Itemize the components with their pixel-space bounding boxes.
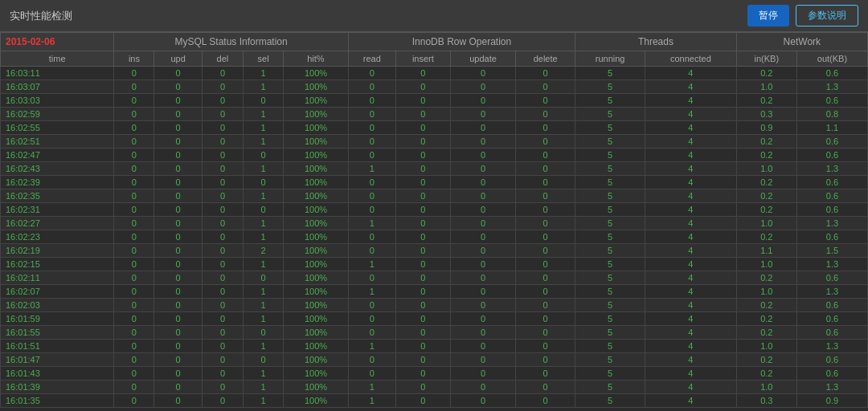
- table-cell: 100%: [284, 312, 349, 326]
- table-row: 16:02:470000100%0000540.20.6: [1, 149, 868, 162]
- table-cell: 5: [575, 285, 645, 299]
- table-cell: 4: [645, 108, 737, 121]
- table-cell: 0: [348, 108, 395, 121]
- table-cell: 0: [202, 67, 243, 80]
- table-cell: 0: [114, 217, 154, 230]
- table-cell: 0: [516, 285, 575, 299]
- table-cell: 0: [154, 258, 202, 271]
- pause-button[interactable]: 暂停: [747, 5, 789, 26]
- table-cell: 0: [451, 80, 516, 94]
- table-cell: 4: [645, 326, 737, 340]
- table-cell: 4: [645, 189, 737, 203]
- table-cell: 0: [154, 271, 202, 285]
- data-table-container: 2015-02-06 MySQL Status Information Inno…: [0, 32, 868, 411]
- table-cell: 0: [154, 353, 202, 367]
- col-ins: ins: [114, 51, 154, 67]
- table-cell: 4: [645, 353, 737, 367]
- table-cell: 0: [395, 299, 450, 312]
- table-row: 16:02:230001100%0000540.20.6: [1, 230, 868, 244]
- table-cell: 0: [395, 326, 450, 340]
- table-cell: 0.6: [796, 353, 867, 367]
- table-cell: 5: [575, 108, 645, 121]
- threads-header: Threads: [575, 33, 736, 51]
- table-cell: 0: [451, 217, 516, 230]
- performance-table: 2015-02-06 MySQL Status Information Inno…: [0, 32, 868, 408]
- table-cell: 16:01:51: [1, 340, 114, 353]
- table-cell: 1: [244, 380, 284, 394]
- table-cell: 0: [154, 244, 202, 258]
- table-cell: 0: [395, 135, 450, 149]
- table-cell: 0: [154, 217, 202, 230]
- table-cell: 4: [645, 162, 737, 176]
- network-header: NetWork: [736, 33, 867, 51]
- table-cell: 0: [202, 135, 243, 149]
- table-cell: 0: [516, 203, 575, 217]
- table-cell: 100%: [284, 271, 349, 285]
- table-cell: 0: [202, 380, 243, 394]
- table-cell: 1: [348, 162, 395, 176]
- table-cell: 0.2: [736, 135, 796, 149]
- table-cell: 0: [348, 244, 395, 258]
- table-cell: 0.6: [796, 230, 867, 244]
- table-cell: 1.1: [736, 244, 796, 258]
- help-button[interactable]: 参数说明: [796, 5, 858, 26]
- col-out: out(KB): [796, 51, 867, 67]
- table-cell: 0: [348, 67, 395, 80]
- table-cell: 0: [395, 149, 450, 162]
- table-cell: 100%: [284, 367, 349, 380]
- table-cell: 5: [575, 203, 645, 217]
- table-cell: 0.3: [736, 394, 796, 408]
- table-cell: 0: [154, 312, 202, 326]
- table-cell: 5: [575, 312, 645, 326]
- table-cell: 0: [395, 189, 450, 203]
- table-row: 16:02:310000100%0000540.20.6: [1, 203, 868, 217]
- table-body: 16:03:110001100%0000540.20.616:03:070001…: [1, 67, 868, 408]
- table-cell: 4: [645, 203, 737, 217]
- table-cell: 1: [244, 312, 284, 326]
- table-cell: 0: [516, 299, 575, 312]
- table-cell: 100%: [284, 244, 349, 258]
- table-row: 16:01:590001100%0000540.20.6: [1, 312, 868, 326]
- table-row: 16:02:190002100%0000541.11.5: [1, 244, 868, 258]
- table-cell: 1.3: [796, 285, 867, 299]
- table-cell: 0.2: [736, 271, 796, 285]
- table-row: 16:03:070001100%0000541.01.3: [1, 80, 868, 94]
- table-row: 16:02:030001100%0000540.20.6: [1, 299, 868, 312]
- table-cell: 1: [244, 121, 284, 135]
- table-cell: 100%: [284, 326, 349, 340]
- table-cell: 1: [244, 394, 284, 408]
- table-cell: 16:02:19: [1, 244, 114, 258]
- page-title: 实时性能检测: [10, 9, 72, 23]
- table-row: 16:03:110001100%0000540.20.6: [1, 67, 868, 80]
- table-cell: 0.2: [736, 312, 796, 326]
- table-cell: 4: [645, 271, 737, 285]
- table-cell: 16:01:39: [1, 380, 114, 394]
- table-cell: 5: [575, 94, 645, 108]
- table-cell: 5: [575, 217, 645, 230]
- table-cell: 1: [348, 285, 395, 299]
- table-cell: 0: [395, 367, 450, 380]
- table-cell: 0: [244, 149, 284, 162]
- table-cell: 0: [114, 312, 154, 326]
- table-cell: 1: [244, 67, 284, 80]
- col-del: del: [202, 51, 243, 67]
- col-in: in(KB): [736, 51, 796, 67]
- table-cell: 0: [114, 353, 154, 367]
- table-cell: 1.5: [796, 244, 867, 258]
- col-hit: hit%: [284, 51, 349, 67]
- table-cell: 0: [348, 312, 395, 326]
- table-cell: 0: [451, 230, 516, 244]
- table-cell: 1: [244, 189, 284, 203]
- table-cell: 0: [395, 217, 450, 230]
- table-cell: 0: [395, 285, 450, 299]
- table-cell: 0: [395, 121, 450, 135]
- table-cell: 16:02:03: [1, 299, 114, 312]
- table-cell: 0: [202, 176, 243, 189]
- table-cell: 4: [645, 80, 737, 94]
- table-cell: 0: [451, 312, 516, 326]
- table-cell: 0.6: [796, 135, 867, 149]
- table-cell: 0: [114, 162, 154, 176]
- table-cell: 0: [202, 353, 243, 367]
- table-cell: 5: [575, 367, 645, 380]
- table-cell: 5: [575, 80, 645, 94]
